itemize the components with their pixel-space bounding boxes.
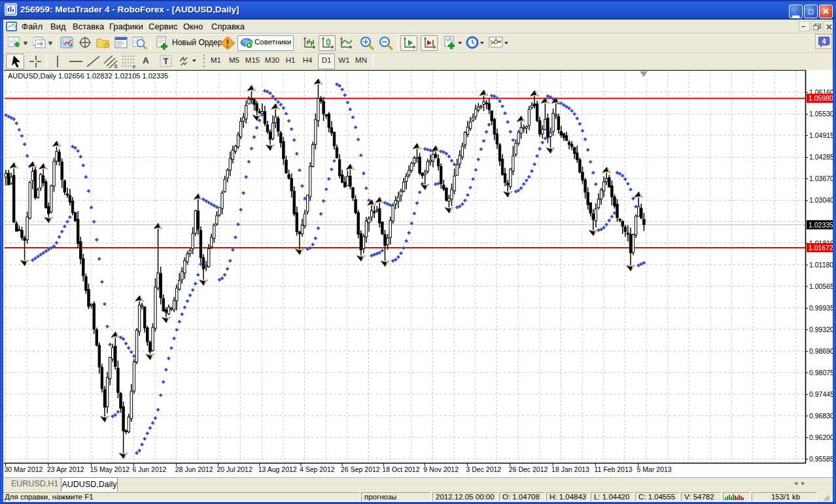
- svg-text:11 Feb 2013: 11 Feb 2013: [594, 465, 632, 473]
- svg-text:6 Jun 2012: 6 Jun 2012: [133, 465, 167, 473]
- svg-text:0.99935: 0.99935: [809, 304, 834, 312]
- svg-text:18 Jan 2013: 18 Jan 2013: [551, 465, 589, 473]
- svg-text:26 Dec 2012: 26 Dec 2012: [509, 465, 548, 473]
- svg-text:0.96200: 0.96200: [809, 433, 834, 441]
- svg-text:0.99320: 0.99320: [809, 326, 834, 333]
- svg-text:0.96830: 0.96830: [809, 412, 834, 420]
- svg-text:4: 4: [822, 37, 826, 45]
- svg-text:0.98690: 0.98690: [809, 347, 834, 355]
- svg-text:E: E: [114, 63, 118, 69]
- svg-text:30 Mar 2012: 30 Mar 2012: [5, 465, 43, 473]
- svg-text:1.02335: 1.02335: [809, 221, 833, 229]
- svg-text:1.01180: 1.01180: [809, 261, 833, 269]
- svg-text:AUDUSD,Daily 1.02656 1.02832: AUDUSD,Daily 1.02656 1.02832 1.02105 1.0…: [8, 72, 168, 80]
- svg-text:1.03670: 1.03670: [809, 175, 834, 182]
- svg-text:5 Mar 2013: 5 Mar 2013: [637, 465, 672, 473]
- svg-text:1.04285: 1.04285: [809, 153, 834, 161]
- svg-text:3 Dec 2012: 3 Dec 2012: [466, 465, 502, 473]
- svg-text:1.00565: 1.00565: [809, 282, 834, 290]
- svg-text:20 Jul 2012: 20 Jul 2012: [217, 465, 253, 473]
- svg-text:26 Sep 2012: 26 Sep 2012: [341, 465, 380, 473]
- svg-text:F: F: [133, 64, 136, 69]
- svg-text:0.97445: 0.97445: [809, 390, 834, 398]
- svg-text:4 Sep 2012: 4 Sep 2012: [300, 465, 335, 473]
- svg-text:15 May 2012: 15 May 2012: [90, 465, 130, 473]
- svg-text:9 Nov 2012: 9 Nov 2012: [423, 465, 459, 473]
- svg-text:23 Apr 2012: 23 Apr 2012: [47, 465, 84, 473]
- svg-text:18 Oct 2012: 18 Oct 2012: [382, 465, 419, 473]
- svg-text:1.01672: 1.01672: [809, 244, 833, 252]
- svg-text:13 Aug 2012: 13 Aug 2012: [258, 465, 297, 473]
- svg-text:T: T: [164, 56, 169, 66]
- svg-text:1.05530: 1.05530: [809, 110, 834, 118]
- svg-text:1.04915: 1.04915: [809, 131, 834, 139]
- svg-text:1.03040: 1.03040: [809, 196, 834, 204]
- svg-text:0.98075: 0.98075: [809, 369, 834, 377]
- svg-text:28 Jun 2012: 28 Jun 2012: [175, 465, 213, 473]
- svg-text:0.95585: 0.95585: [809, 455, 834, 463]
- svg-text:1.05980: 1.05980: [809, 94, 833, 102]
